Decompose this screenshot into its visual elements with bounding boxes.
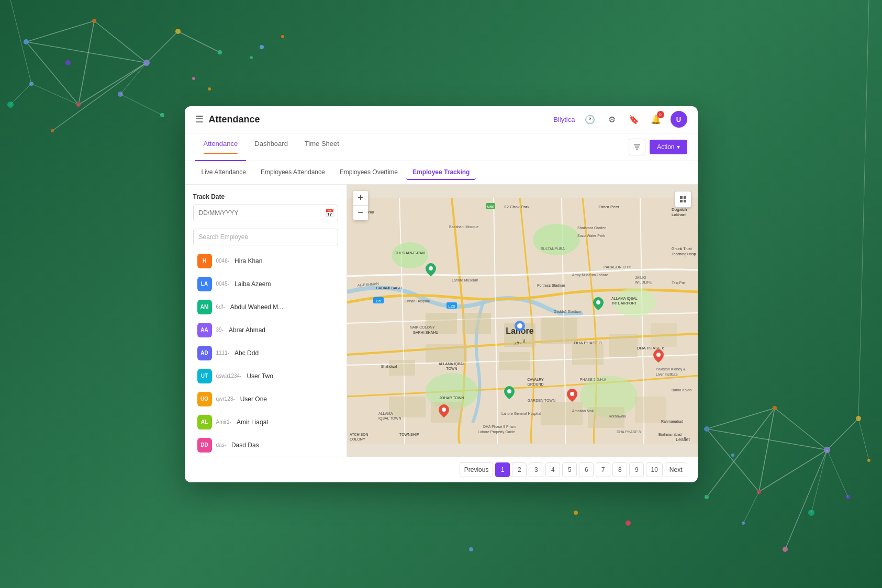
svg-point-11 [143,60,150,66]
svg-text:PHASE 5 D.H.A: PHASE 5 D.H.A [579,378,606,381]
date-input[interactable] [193,205,338,221]
left-panel: Track Date 📅 H 0046- Hira Khan LA 0045- … [185,185,347,457]
map-layers-button[interactable] [675,191,691,208]
employee-code: 0045- [216,281,230,287]
svg-text:Barka Kalan: Barka Kalan [672,388,691,392]
svg-point-22 [65,60,71,65]
employee-item[interactable]: H 0046- Hira Khan [193,251,338,272]
tab-employees-overtime[interactable]: Employees Overtime [333,165,404,180]
page-button[interactable]: 10 [646,462,662,477]
employee-item[interactable]: UT qswa1234- User Two [193,366,338,387]
filter-button[interactable] [629,139,645,155]
page-button[interactable]: 8 [612,462,627,477]
employee-item[interactable]: UO qwr123- User One [193,389,338,410]
employee-item[interactable]: LA 0045- Laiba Azeem [193,274,338,295]
bilytica-link[interactable]: Bilytica [553,116,575,123]
svg-point-46 [867,459,870,462]
track-date-label: Track Date [193,193,338,200]
sub-tabs: Live Attendance Employees Attendance Emp… [195,165,687,180]
employee-avatar: AA [197,323,212,337]
employee-avatar: UT [197,369,212,383]
svg-text:Jinnah Hospital: Jinnah Hospital [405,299,430,303]
svg-line-33 [707,429,827,450]
employee-name: Laiba Azeem [235,280,271,288]
zoom-in-button[interactable]: + [353,191,368,206]
tab-dashboard[interactable]: Dashboard [246,133,296,161]
user-avatar[interactable]: U [671,111,687,128]
svg-point-41 [856,416,861,421]
zoom-out-button[interactable]: − [353,206,368,220]
employee-name: User One [240,395,267,403]
page-button[interactable]: 4 [545,462,560,477]
tab-employee-tracking[interactable]: Employee Tracking [406,165,476,180]
svg-point-64 [392,242,428,268]
employee-item[interactable]: AA 39- Abrar Ahmad [193,320,338,341]
next-button[interactable]: Next [665,462,687,477]
svg-line-5 [26,42,147,63]
employee-avatar: H [197,254,212,268]
employee-code: 1111- [216,350,230,356]
action-button[interactable]: Action ▾ [650,140,687,154]
svg-text:GARHI SHAHU: GARHI SHAHU [412,331,438,334]
main-content: Track Date 📅 H 0046- Hira Khan LA 0045- … [185,185,698,457]
svg-text:L20: L20 [448,304,455,309]
employee-item[interactable]: AL Amir1- Amir Liaqat [193,412,338,433]
map-svg: Lahore لاہور GULSHAN-E-RAVI ALLAMA IQBAL… [347,185,698,457]
svg-text:Brahmanabad: Brahmanabad [658,433,682,436]
svg-point-14 [218,50,222,54]
svg-text:Liver Institute: Liver Institute [656,372,678,376]
svg-rect-76 [572,344,604,365]
svg-line-26 [10,0,31,84]
tab-employees-attendance[interactable]: Employees Attendance [254,165,331,180]
svg-point-17 [118,92,123,97]
svg-point-48 [731,454,734,457]
svg-point-108 [596,300,600,304]
settings-icon[interactable]: ⚙ [605,112,619,127]
svg-rect-157 [684,200,686,202]
tab-attendance[interactable]: Attendance [195,133,247,161]
svg-point-19 [160,113,164,117]
svg-rect-155 [684,196,686,199]
svg-text:ATCHISON: ATCHISON [350,433,369,436]
page-button[interactable]: 3 [529,462,543,477]
bell-icon[interactable]: 🔔 0 [649,112,663,127]
svg-text:JOHAR TOWN: JOHAR TOWN [439,396,464,400]
page-button[interactable]: 2 [512,462,527,477]
employee-item[interactable]: AM 6df- Abdul Waheed M... [193,297,338,318]
svg-text:DHA PHASE 6: DHA PHASE 6 [637,346,664,350]
svg-text:Taiq Pur: Taiq Pur [672,281,685,285]
employee-item[interactable]: DD das- Dasd Das [193,435,338,456]
svg-text:COLONY: COLONY [350,437,365,441]
svg-text:TOWN: TOWN [446,367,457,370]
search-input[interactable] [193,229,338,245]
tab-timesheet[interactable]: Time Sheet [296,133,348,161]
svg-rect-83 [635,397,666,423]
tab-live-attendance[interactable]: Live Attendance [195,165,252,180]
svg-text:INTL AIRPORT: INTL AIRPORT [612,301,637,305]
svg-point-12 [76,103,81,107]
svg-text:Zahra Peer: Zahra Peer [598,205,619,209]
svg-text:Teaching Hosp: Teaching Hosp [672,252,696,256]
svg-point-18 [192,77,195,80]
svg-point-45 [808,510,814,516]
page-button[interactable]: 9 [629,462,644,477]
employee-item[interactable]: AD 1111- Abc Ddd [193,343,338,364]
svg-line-25 [120,94,162,115]
page-button[interactable]: 7 [596,462,610,477]
svg-line-52 [858,0,869,419]
page-button[interactable]: 1 [495,462,510,477]
svg-text:Dogaich: Dogaich [672,207,687,212]
clock-icon[interactable]: 🕐 [583,112,597,127]
bookmark-icon[interactable]: 🔖 [627,112,641,127]
date-input-wrapper: 📅 [193,205,338,221]
previous-button[interactable]: Previous [460,462,494,477]
svg-line-36 [785,450,827,549]
map-top-right [675,191,691,208]
svg-text:Shalamar Garden: Shalamar Garden [577,226,606,230]
svg-text:B5: B5 [376,299,381,303]
page-button[interactable]: 6 [579,462,594,477]
page-button[interactable]: 5 [562,462,577,477]
pagination-bar: Previous12345678910Next [185,457,698,482]
svg-text:Ghurki Trust: Ghurki Trust [672,247,691,251]
hamburger-icon[interactable]: ☰ [195,114,204,125]
